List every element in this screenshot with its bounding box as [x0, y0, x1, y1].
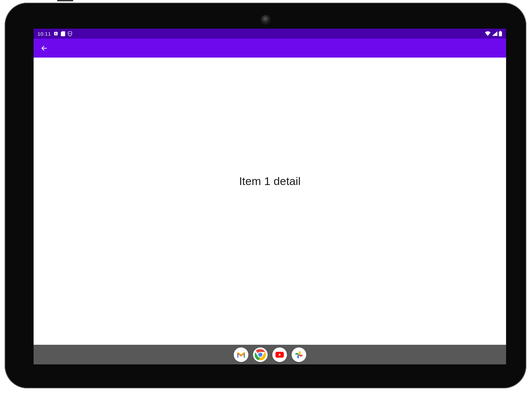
photos-icon [294, 350, 304, 360]
sd-card-icon [61, 31, 65, 36]
wifi-icon [485, 31, 491, 36]
screen: 10:11 A [34, 29, 506, 364]
status-clock: 10:11 [38, 31, 51, 37]
svg-text:A: A [55, 32, 57, 35]
battery-icon [499, 31, 502, 36]
gmail-icon [236, 350, 246, 360]
signal-icon [492, 31, 497, 36]
dock-app-youtube[interactable] [272, 347, 287, 362]
tablet-power-button [57, 0, 73, 1]
status-bar: 10:11 A [34, 29, 506, 39]
tablet-frame: 10:11 A [5, 3, 526, 388]
app-bar [34, 39, 506, 58]
badge-icon [68, 31, 72, 36]
dock-app-photos[interactable] [292, 347, 306, 362]
detail-text: Item 1 detail [239, 175, 301, 188]
dock-app-gmail[interactable] [234, 347, 248, 362]
arrow-back-icon [40, 44, 48, 52]
svg-rect-4 [499, 32, 502, 36]
content-area: Item 1 detail [34, 58, 506, 345]
svg-rect-3 [500, 31, 501, 32]
taskbar [34, 345, 506, 364]
back-button[interactable] [38, 42, 50, 54]
tablet-camera [261, 15, 270, 24]
chrome-icon [254, 348, 267, 361]
a-box-icon: A [54, 31, 58, 36]
youtube-icon [275, 350, 285, 360]
dock-app-chrome[interactable] [253, 347, 268, 362]
